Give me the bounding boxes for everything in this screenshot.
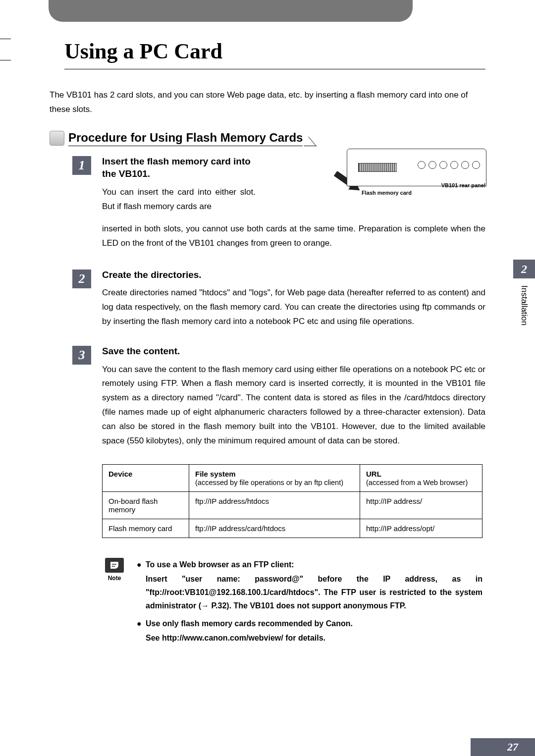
port-icon xyxy=(439,161,447,169)
section-heading: Procedure for Using Flash Memory Cards xyxy=(68,131,303,146)
step-number-badge: 2 xyxy=(72,270,91,288)
step-3-text: You can save the content to the flash me… xyxy=(102,363,485,448)
step-2-title: Create the directories. xyxy=(102,269,485,281)
port-icon xyxy=(418,161,426,169)
port-icon xyxy=(428,161,436,169)
cell-fs: ftp://IP address/card/htdocs xyxy=(189,519,360,538)
step-number-badge: 3 xyxy=(72,346,91,365)
table-header-row: Device File system (accessed by file ope… xyxy=(103,464,482,491)
step-number-badge: 1 xyxy=(72,156,91,175)
device-outline xyxy=(347,149,486,186)
section-heading-row: Procedure for Using Flash Memory Cards xyxy=(50,131,485,146)
note-label: Note xyxy=(102,575,127,582)
storage-table: Device File system (accessed by file ope… xyxy=(102,464,482,538)
port-icon xyxy=(461,161,469,169)
note-body: ●To use a Web browser as an FTP client: … xyxy=(137,558,482,648)
diagram-label-panel: VB101 rear panel xyxy=(441,182,485,188)
cell-fs: ftp://IP address/htdocs xyxy=(189,491,360,519)
th-url: URL (accessed from a Web browser) xyxy=(360,464,482,491)
page-title: Using a PC Card xyxy=(64,39,485,64)
diagram-label-card: Flash memory card xyxy=(362,190,412,196)
title-area: Using a PC Card xyxy=(64,39,485,69)
port-icon xyxy=(472,161,480,169)
note-icon xyxy=(105,558,124,573)
cell-device: On-board flash memory xyxy=(103,491,189,519)
step-2-text: Create directories named "htdocs" and "l… xyxy=(102,286,485,329)
th-device: Device xyxy=(103,464,189,491)
card-slot-icon xyxy=(358,163,397,172)
th-filesystem: File system (accessed by file operations… xyxy=(189,464,360,491)
chapter-label: Installation xyxy=(519,285,529,325)
page-content: Using a PC Card The VB101 has 2 card slo… xyxy=(0,0,535,668)
rear-panel-diagram: Flash memory card VB101 rear panel xyxy=(339,149,485,198)
note-bullet-2: ●Use only flash memory cards recommended… xyxy=(137,617,482,645)
port-icon xyxy=(450,161,458,169)
cell-url: http://IP address/opt/ xyxy=(360,519,482,538)
note-block: Note ●To use a Web browser as an FTP cli… xyxy=(102,558,482,648)
chapter-tab: 2 xyxy=(513,260,535,278)
step-1-title: Insert the flash memory card into the VB… xyxy=(102,155,256,180)
cell-device: Flash memory card xyxy=(103,519,189,538)
intro-paragraph: The VB101 has 2 card slots, and you can … xyxy=(50,88,485,117)
step-1-text-narrow: You can insert the card into either slot… xyxy=(102,185,256,214)
table-row: Flash memory card ftp://IP address/card/… xyxy=(103,519,482,538)
section-marker-icon xyxy=(50,131,64,146)
cell-url: http://IP address/ xyxy=(360,491,482,519)
step-1-text-cont: inserted in both slots, you cannot use b… xyxy=(102,222,485,251)
page-container: Using a PC Card The VB101 has 2 card slo… xyxy=(0,0,535,756)
left-rule-stub xyxy=(0,39,11,60)
step-3-title: Save the content. xyxy=(102,345,485,358)
port-row xyxy=(418,161,480,169)
step-3: 3 Save the content. You can save the con… xyxy=(50,345,485,448)
step-2: 2 Create the directories. Create directo… xyxy=(50,269,485,329)
note-bullet-1: ●To use a Web browser as an FTP client: … xyxy=(137,558,482,613)
page-number: 27 xyxy=(471,738,535,756)
table-row: On-board flash memory ftp://IP address/h… xyxy=(103,491,482,519)
